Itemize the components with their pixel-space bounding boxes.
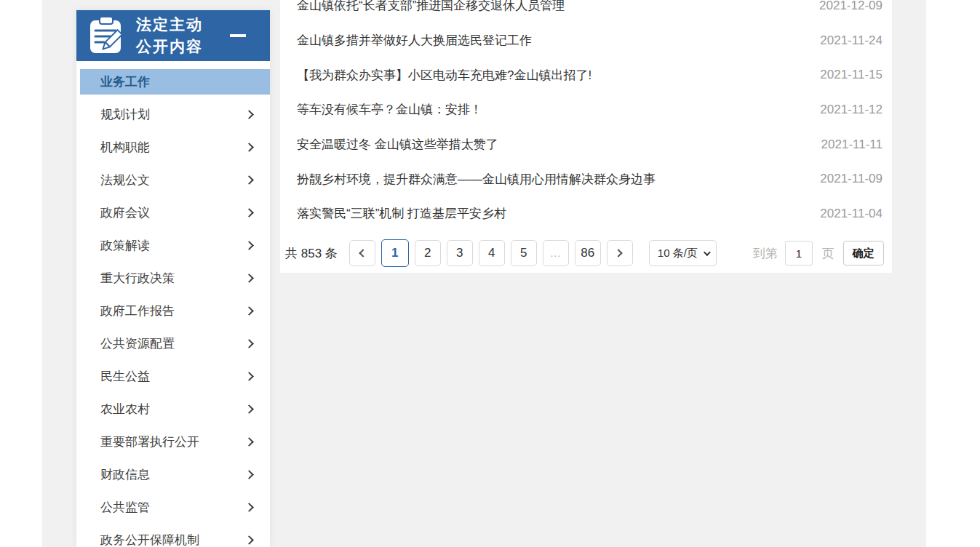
news-title-link[interactable]: 金山镇多措并举做好人大换届选民登记工作	[297, 32, 532, 49]
sidebar-item[interactable]: 规划计划	[76, 98, 270, 131]
sidebar-header: 法定主动 公开内容	[76, 10, 270, 61]
goto-suffix-label: 页	[822, 245, 834, 262]
sidebar-item-label: 政务公开保障机制	[100, 532, 199, 547]
chevron-right-icon	[244, 175, 254, 185]
main-panel: 金山镇依托“长者支部”推进国企移交退休人员管理 2021-12-09 金山镇多措…	[280, 0, 892, 273]
news-row[interactable]: 金山镇依托“长者支部”推进国企移交退休人员管理 2021-12-09	[297, 0, 883, 23]
sidebar-item[interactable]: 政府工作报告	[76, 295, 270, 327]
ellipsis-label: ...	[550, 247, 561, 259]
news-title-link[interactable]: 安全温暖过冬 金山镇这些举措太赞了	[297, 136, 498, 153]
sidebar-item[interactable]: 重大行政决策	[76, 262, 270, 295]
sidebar-item-label: 财政信息	[100, 466, 150, 483]
page-ellipsis-button[interactable]: ...	[543, 240, 569, 266]
chevron-right-icon	[244, 372, 254, 381]
chevron-right-icon	[615, 249, 623, 257]
page-button-4[interactable]: 4	[479, 240, 505, 266]
page-button-86[interactable]: 86	[575, 240, 601, 266]
news-date: 2021-11-12	[820, 103, 883, 117]
chevron-left-icon	[359, 249, 367, 257]
page-button-1[interactable]: 1	[381, 239, 409, 267]
news-title-link[interactable]: 【我为群众办实事】小区电动车充电难?金山镇出招了!	[297, 67, 591, 84]
news-date: 2021-11-15	[820, 68, 883, 82]
sidebar-item-label: 民生公益	[100, 368, 150, 385]
news-title-link[interactable]: 落实警民“三联”机制 打造基层平安乡村	[297, 205, 506, 222]
sidebar-item[interactable]: 政务公开保障机制	[76, 524, 270, 547]
news-title-link[interactable]: 等车没有候车亭？金山镇：安排！	[297, 101, 482, 118]
prev-page-button[interactable]	[349, 240, 375, 266]
chevron-right-icon	[244, 503, 254, 512]
chevron-right-icon	[244, 339, 254, 348]
sidebar-item[interactable]: 机构职能	[76, 131, 270, 164]
sidebar-item[interactable]: 农业农村	[76, 393, 270, 426]
goto-page-group: 到第 页 确定	[753, 241, 884, 265]
sidebar-item-active[interactable]: 业务工作	[80, 69, 270, 95]
news-row[interactable]: 扮靓乡村环境，提升群众满意——金山镇用心用情解决群众身边事 2021-11-09	[297, 161, 883, 196]
news-date: 2021-11-04	[820, 207, 883, 221]
sidebar-item-label: 农业农村	[100, 401, 150, 418]
sidebar-item[interactable]: 民生公益	[76, 360, 270, 393]
sidebar-item-label: 机构职能	[100, 139, 150, 156]
news-row[interactable]: 金山镇多措并举做好人大换届选民登记工作 2021-11-24	[297, 23, 883, 58]
chevron-right-icon	[244, 470, 254, 479]
sidebar-item-label: 法规公文	[100, 172, 150, 188]
news-date: 2021-11-11	[821, 137, 883, 152]
pagination-bar: 共 853 条 1 2 3 4 5 ... 86 10 条/页 到第 页 确定	[285, 239, 884, 267]
page-button-2[interactable]: 2	[415, 240, 441, 266]
chevron-right-icon	[244, 143, 254, 152]
sidebar-item[interactable]: 财政信息	[76, 458, 270, 491]
page-size-select[interactable]: 10 条/页	[649, 240, 717, 266]
sidebar-item-label: 规划计划	[100, 106, 150, 123]
news-date: 2021-12-09	[819, 0, 883, 13]
news-row[interactable]: 落实警民“三联”机制 打造基层平安乡村 2021-11-04	[297, 196, 883, 231]
news-list: 金山镇依托“长者支部”推进国企移交退休人员管理 2021-12-09 金山镇多措…	[280, 0, 892, 231]
sidebar-item[interactable]: 公共资源配置	[76, 327, 270, 360]
sidebar-menu: 规划计划 机构职能 法规公文 政府会议 政策解读 重大行政决策 政府工作报告	[76, 98, 270, 547]
news-date: 2021-11-09	[820, 172, 883, 186]
news-title-link[interactable]: 扮靓乡村环境，提升群众满意——金山镇用心用情解决群众身边事	[297, 171, 656, 188]
chevron-right-icon	[244, 535, 254, 545]
sidebar-item-label: 政策解读	[100, 237, 150, 254]
sidebar-item-label: 政府工作报告	[100, 303, 175, 319]
sidebar-item-label: 政府会议	[100, 204, 150, 221]
chevron-down-icon	[704, 249, 711, 256]
sidebar-item[interactable]: 政策解读	[76, 229, 270, 262]
chevron-right-icon	[244, 274, 254, 283]
goto-prefix-label: 到第	[753, 245, 778, 262]
sidebar: 法定主动 公开内容 业务工作 规划计划 机构职能 法规公文 政府会议 政策解读 …	[76, 10, 270, 547]
sidebar-item-label: 公共监管	[100, 499, 150, 516]
goto-page-input[interactable]	[785, 241, 813, 265]
news-date: 2021-11-24	[820, 33, 883, 48]
chevron-right-icon	[244, 241, 254, 250]
sidebar-item-label: 重大行政决策	[100, 270, 175, 287]
chevron-right-icon	[244, 437, 254, 447]
sidebar-item-label: 重要部署执行公开	[100, 434, 199, 450]
sidebar-item[interactable]: 法规公文	[76, 164, 270, 196]
sidebar-item[interactable]: 公共监管	[76, 491, 270, 524]
chevron-right-icon	[244, 208, 254, 217]
confirm-button[interactable]: 确定	[843, 241, 884, 265]
news-row[interactable]: 等车没有候车亭？金山镇：安排！ 2021-11-12	[297, 92, 883, 127]
sidebar-item[interactable]: 重要部署执行公开	[76, 426, 270, 458]
news-row[interactable]: 【我为群众办实事】小区电动车充电难?金山镇出招了! 2021-11-15	[297, 57, 883, 92]
sidebar-item[interactable]: 政府会议	[76, 196, 270, 229]
chevron-right-icon	[244, 110, 254, 119]
total-count-label: 共 853 条	[285, 245, 338, 262]
page-button-5[interactable]: 5	[511, 240, 537, 266]
chevron-right-icon	[244, 306, 254, 316]
page-button-3[interactable]: 3	[447, 240, 473, 266]
news-row[interactable]: 安全温暖过冬 金山镇这些举措太赞了 2021-11-11	[297, 127, 883, 162]
next-page-button[interactable]	[607, 240, 633, 266]
sidebar-item-label: 公共资源配置	[100, 335, 175, 352]
collapse-minus-icon[interactable]	[230, 34, 246, 37]
clipboard-pencil-icon	[89, 17, 124, 55]
chevron-right-icon	[244, 404, 254, 414]
page-size-label: 10 条/页	[658, 247, 698, 260]
sidebar-title: 法定主动 公开内容	[136, 14, 203, 57]
news-title-link[interactable]: 金山镇依托“长者支部”推进国企移交退休人员管理	[297, 0, 565, 14]
